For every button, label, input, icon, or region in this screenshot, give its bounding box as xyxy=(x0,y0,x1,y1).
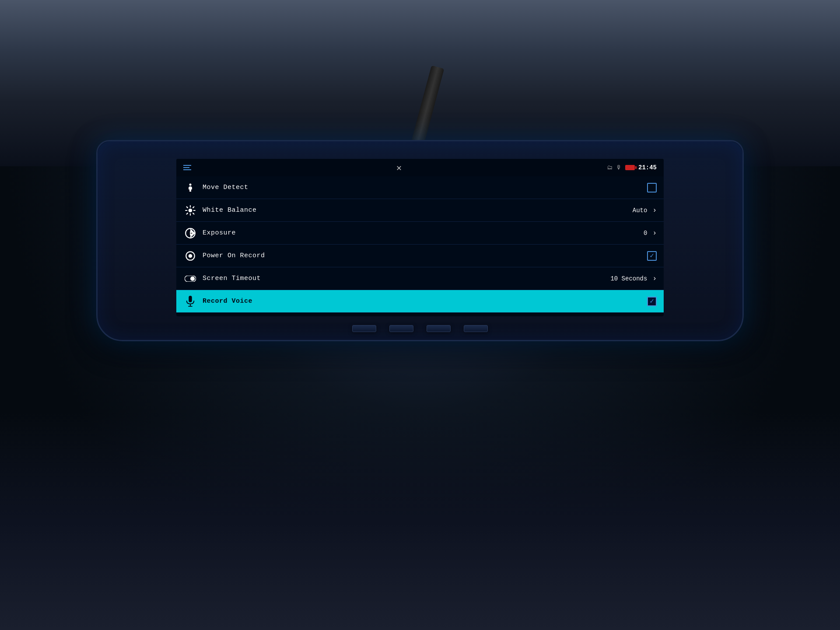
menu-item-power-on-record[interactable]: Power On Record xyxy=(176,245,664,267)
svg-point-0 xyxy=(189,183,192,186)
status-left xyxy=(183,165,191,170)
white-balance-chevron: › xyxy=(652,206,657,214)
device-screen: ✕ 🗂 🎙 21:45 Move Detect xyxy=(176,159,664,316)
svg-point-14 xyxy=(189,254,192,258)
move-detect-icon xyxy=(183,181,197,195)
status-bar: ✕ 🗂 🎙 21:45 xyxy=(176,159,664,176)
microphone-status-icon: 🎙 xyxy=(616,164,622,171)
white-balance-value: Auto xyxy=(633,207,648,214)
sd-card-icon: 🗂 xyxy=(607,164,612,171)
svg-point-16 xyxy=(190,276,195,280)
mirror-button-4[interactable] xyxy=(464,325,488,332)
mirror-button-2[interactable] xyxy=(389,325,413,332)
exposure-value: 0 xyxy=(644,230,647,237)
white-balance-label: White Balance xyxy=(203,206,633,214)
record-voice-icon xyxy=(183,294,197,308)
settings-menu: Move Detect xyxy=(176,176,664,313)
screen-timeout-label: Screen Timeout xyxy=(203,275,610,282)
svg-rect-17 xyxy=(189,296,192,302)
svg-line-8 xyxy=(193,206,194,207)
menu-item-record-voice[interactable]: Record Voice xyxy=(176,290,664,313)
power-on-record-label: Power On Record xyxy=(203,252,647,259)
svg-line-9 xyxy=(187,213,188,214)
mirror-frame: ✕ 🗂 🎙 21:45 Move Detect xyxy=(96,140,744,341)
svg-point-1 xyxy=(189,208,192,212)
menu-icon[interactable] xyxy=(183,165,191,170)
mirror-button-3[interactable] xyxy=(427,325,451,332)
white-balance-icon xyxy=(183,203,197,217)
svg-line-6 xyxy=(187,206,188,207)
move-detect-label: Move Detect xyxy=(203,184,647,191)
menu-item-white-balance[interactable]: White Balance Auto › xyxy=(176,199,664,222)
time-display: 21:45 xyxy=(638,164,657,171)
exposure-icon xyxy=(183,226,197,240)
exposure-label: Exposure xyxy=(203,229,644,237)
status-right: 🗂 🎙 21:45 xyxy=(607,164,657,171)
screen-timeout-icon xyxy=(183,272,197,286)
menu-item-screen-timeout[interactable]: Screen Timeout 10 Seconds › xyxy=(176,267,664,290)
power-on-record-checkbox[interactable] xyxy=(647,251,657,261)
mirror-buttons xyxy=(352,325,488,332)
record-voice-checkbox[interactable] xyxy=(647,297,657,306)
move-detect-checkbox[interactable] xyxy=(647,183,657,192)
menu-item-move-detect[interactable]: Move Detect xyxy=(176,176,664,199)
menu-item-exposure[interactable]: Exposure 0 › xyxy=(176,222,664,245)
mirror-button-1[interactable] xyxy=(352,325,376,332)
svg-line-7 xyxy=(193,213,194,214)
exposure-chevron: › xyxy=(652,229,657,237)
power-on-record-icon xyxy=(183,249,197,263)
settings-close-icon: ✕ xyxy=(396,162,402,173)
status-center: ✕ xyxy=(396,162,402,173)
record-voice-label: Record Voice xyxy=(203,298,647,305)
battery-icon xyxy=(625,165,635,170)
screen-timeout-chevron: › xyxy=(652,275,657,283)
screen-timeout-value: 10 Seconds xyxy=(610,275,647,282)
background-bottom xyxy=(0,411,840,630)
